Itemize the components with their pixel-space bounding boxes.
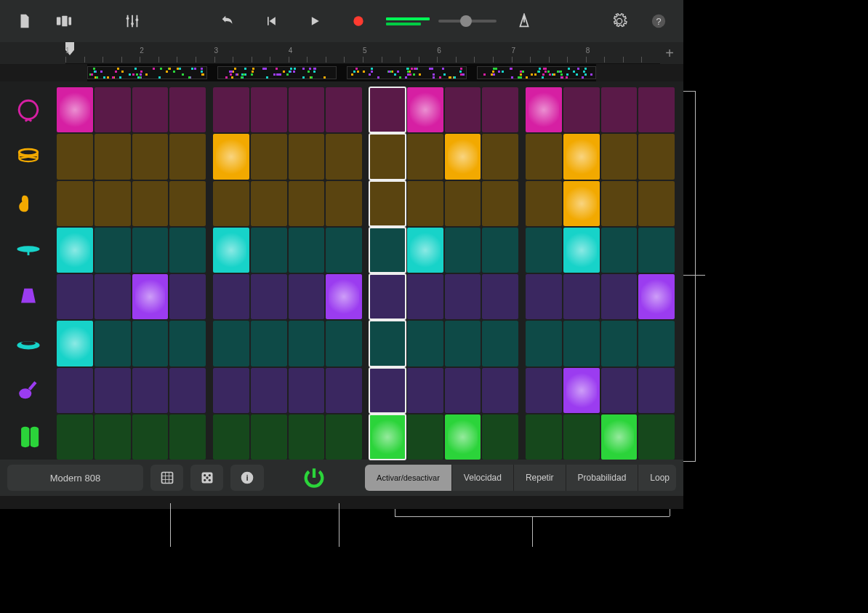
metronome-icon[interactable] (513, 9, 536, 33)
step-cell[interactable] (526, 228, 562, 273)
step-cell[interactable] (132, 321, 169, 366)
gear-icon[interactable] (608, 9, 631, 33)
browser-icon[interactable] (52, 9, 76, 33)
step-cell[interactable] (482, 228, 518, 273)
step-cell[interactable] (326, 274, 362, 319)
step-cell[interactable] (526, 368, 562, 413)
step-cell[interactable] (407, 87, 443, 132)
step-cell[interactable] (369, 87, 406, 132)
step-cell[interactable] (369, 134, 406, 179)
step-cell[interactable] (57, 134, 93, 179)
step-cell[interactable] (95, 181, 131, 226)
step-cell[interactable] (132, 181, 169, 226)
step-cell[interactable] (638, 134, 675, 179)
step-cell[interactable] (251, 321, 287, 366)
step-cell[interactable] (95, 368, 131, 413)
step-cell[interactable] (369, 321, 406, 366)
step-cell[interactable] (601, 368, 638, 413)
step-cell[interactable] (407, 134, 443, 179)
step-cell[interactable] (369, 368, 406, 413)
info-button[interactable]: i (230, 465, 263, 491)
step-cell[interactable] (57, 414, 93, 460)
step-cell[interactable] (169, 134, 206, 179)
step-cell[interactable] (169, 368, 206, 413)
instrument-rim[interactable] (7, 321, 49, 366)
step-cell[interactable] (526, 87, 562, 132)
step-cell[interactable] (95, 228, 131, 273)
step-cell[interactable] (213, 87, 249, 132)
step-cell[interactable] (482, 134, 518, 179)
instrument-kick[interactable] (7, 87, 49, 132)
volume-slider[interactable] (438, 20, 497, 23)
step-cell[interactable] (407, 274, 443, 319)
step-cell[interactable] (326, 368, 362, 413)
step-cell[interactable] (601, 228, 638, 273)
instrument-conga[interactable] (7, 414, 49, 460)
mode-tab-activardesactivar[interactable]: Activar/desactivar (365, 465, 452, 491)
step-cell[interactable] (638, 368, 675, 413)
step-cell[interactable] (445, 134, 481, 179)
randomize-button[interactable] (190, 465, 223, 491)
step-cell[interactable] (95, 134, 131, 179)
instrument-clap[interactable] (7, 181, 49, 226)
step-cell[interactable] (407, 228, 443, 273)
play-icon[interactable] (303, 9, 326, 33)
grid-view-button[interactable] (150, 465, 183, 491)
step-cell[interactable] (482, 368, 518, 413)
step-cell[interactable] (326, 87, 362, 132)
step-cell[interactable] (289, 181, 325, 226)
step-cell[interactable] (213, 274, 249, 319)
step-cell[interactable] (407, 368, 443, 413)
step-cell[interactable] (169, 321, 206, 366)
mode-tab-loop[interactable]: Loop (638, 465, 676, 491)
pattern-overview[interactable] (87, 64, 596, 81)
step-cell[interactable] (638, 414, 675, 460)
step-cell[interactable] (132, 87, 169, 132)
step-cell[interactable] (638, 274, 675, 319)
step-cell[interactable] (601, 181, 638, 226)
step-cell[interactable] (445, 87, 481, 132)
step-cell[interactable] (526, 414, 562, 460)
step-cell[interactable] (369, 228, 406, 273)
step-cell[interactable] (601, 134, 638, 179)
step-cell[interactable] (213, 228, 249, 273)
step-cell[interactable] (326, 181, 362, 226)
step-cell[interactable] (213, 321, 249, 366)
step-cell[interactable] (57, 274, 93, 319)
step-cell[interactable] (95, 274, 131, 319)
step-cell[interactable] (482, 181, 518, 226)
step-cell[interactable] (289, 134, 325, 179)
step-cell[interactable] (445, 274, 481, 319)
step-cell[interactable] (601, 87, 638, 132)
step-cell[interactable] (563, 134, 600, 179)
step-cell[interactable] (369, 181, 406, 226)
step-cell[interactable] (289, 414, 325, 460)
instrument-shaker[interactable] (7, 368, 49, 413)
step-cell[interactable] (132, 414, 169, 460)
step-cell[interactable] (445, 228, 481, 273)
step-cell[interactable] (95, 414, 131, 460)
step-cell[interactable] (169, 414, 206, 460)
step-cell[interactable] (326, 228, 362, 273)
record-icon[interactable] (347, 9, 370, 33)
step-cell[interactable] (289, 87, 325, 132)
step-cell[interactable] (213, 414, 249, 460)
document-icon[interactable] (13, 9, 36, 33)
step-cell[interactable] (326, 321, 362, 366)
step-cell[interactable] (445, 414, 481, 460)
step-cell[interactable] (213, 368, 249, 413)
step-cell[interactable] (563, 368, 600, 413)
timeline-ruler[interactable]: 12345678 + (0, 42, 683, 64)
step-cell[interactable] (132, 368, 169, 413)
add-track-button[interactable]: + (660, 44, 679, 63)
mode-tab-velocidad[interactable]: Velocidad (452, 465, 514, 491)
instrument-cowbell[interactable] (7, 274, 49, 319)
step-cell[interactable] (57, 181, 93, 226)
step-cell[interactable] (132, 274, 169, 319)
step-cell[interactable] (326, 414, 362, 460)
step-cell[interactable] (132, 228, 169, 273)
step-cell[interactable] (251, 228, 287, 273)
step-cell[interactable] (169, 181, 206, 226)
step-cell[interactable] (601, 414, 638, 460)
mixer-icon[interactable] (121, 9, 144, 33)
